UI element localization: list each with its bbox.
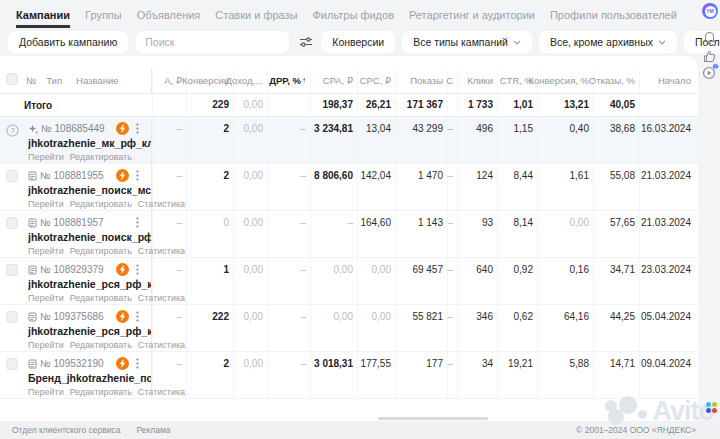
tab-feed-filters[interactable]: Фильтры фидов	[313, 9, 395, 25]
tab-ads[interactable]: Объявления	[137, 9, 201, 25]
column-header-7[interactable]: С	[447, 68, 457, 93]
filter-campaign-type[interactable]: Все типы кампаний	[402, 31, 532, 53]
row-menu-icon[interactable]	[134, 123, 141, 134]
table-body: ?№ 108685449jhkotrazhenie_мк_рф_кликиПер…	[0, 117, 698, 399]
column-header-label: CPC, ₽	[360, 75, 391, 86]
tab-bids-phrases[interactable]: Ставки и фразы	[215, 9, 297, 25]
column-header-5[interactable]: CPC, ₽	[357, 68, 395, 93]
add-campaign-button[interactable]: Добавить кампанию	[8, 31, 128, 53]
row-menu-icon[interactable]	[134, 358, 141, 369]
column-header-3[interactable]: ДРР, %↑	[267, 68, 310, 93]
thumbs-up-icon[interactable]	[703, 50, 716, 63]
status-active-bolt-icon[interactable]	[116, 310, 129, 323]
tune-filter-icon[interactable]	[299, 36, 313, 48]
column-header-4[interactable]: CPA, ₽	[310, 68, 357, 93]
campaign-link[interactable]: Статистика	[138, 293, 185, 303]
campaign-link[interactable]: Перейти	[28, 293, 64, 303]
campaign-link[interactable]: Редактировать	[70, 199, 132, 209]
tab-campaigns[interactable]: Кампании	[16, 9, 70, 28]
column-header-name[interactable]: Название	[76, 75, 118, 86]
filter-conversions[interactable]: Конверсии	[321, 31, 395, 53]
row-menu-icon[interactable]	[134, 217, 141, 228]
column-header-2[interactable]: Доход,...	[233, 68, 267, 93]
data-cell: 34,71	[593, 258, 639, 304]
status-active-bolt-icon[interactable]	[116, 263, 129, 276]
column-header-number[interactable]: №	[26, 75, 36, 86]
row-checkbox[interactable]	[6, 311, 18, 323]
column-header-11[interactable]: Отказы, %	[593, 68, 639, 93]
campaign-link[interactable]: Перейти	[28, 387, 64, 397]
column-header-10[interactable]: Конверсия, %	[537, 68, 593, 93]
row-checkbox[interactable]	[6, 170, 18, 182]
data-cell: 0,00	[357, 258, 395, 304]
campaign-links: ПерейтиРедактироватьСтатистика	[28, 246, 151, 256]
campaign-link[interactable]: Статистика	[138, 387, 185, 397]
campaign-link[interactable]: Редактировать	[70, 387, 132, 397]
tab-user-profiles[interactable]: Профили пользователей	[550, 9, 677, 25]
row-checkbox[interactable]	[6, 217, 18, 229]
column-header-8[interactable]: Клики	[457, 68, 497, 93]
column-header-6[interactable]: Показы	[395, 68, 447, 93]
tutorial-play-icon[interactable]: 1	[702, 66, 717, 81]
select-all-cell[interactable]	[0, 68, 26, 93]
campaign-links: ПерейтиРедактироватьСтатистика	[28, 293, 151, 303]
campaign-name[interactable]: jhkotrazhenie_поиск_рф	[28, 231, 151, 243]
campaign-link[interactable]: Редактировать	[70, 340, 132, 350]
select-all-checkbox[interactable]	[6, 73, 18, 85]
row-menu-icon[interactable]	[134, 311, 141, 322]
row-menu-icon[interactable]	[134, 170, 141, 181]
avatar-initials: YM	[705, 6, 716, 17]
sort-asc-icon: ↑	[302, 76, 306, 85]
campaign-link[interactable]: Редактировать	[70, 152, 132, 162]
column-header-12[interactable]: Начало	[639, 68, 695, 93]
data-cell: 177	[395, 352, 447, 398]
campaign-link[interactable]: Перейти	[28, 152, 64, 162]
data-cell: 2	[186, 117, 233, 163]
search-input[interactable]	[136, 31, 289, 53]
status-active-bolt-icon[interactable]	[116, 357, 129, 370]
column-header-0[interactable]: А, ₽	[152, 68, 186, 93]
data-cell	[152, 94, 186, 116]
filter-pills: КонверсииВсе типы кампанийВсе, кроме арх…	[321, 31, 720, 53]
campaign-meta: № 108685449	[28, 122, 151, 135]
avatar[interactable]: YM	[702, 3, 718, 19]
tab-retargeting[interactable]: Ретаргетинг и аудитории	[409, 9, 535, 25]
campaign-name[interactable]: Бренд_jhkotrazhenie_поиск_рф	[28, 372, 151, 384]
campaign-cell: № 109375686jhkotrazhenie_рся_рф_конверси…	[26, 305, 152, 351]
data-cell: 164,60	[357, 211, 395, 257]
campaign-link[interactable]: Перейти	[28, 246, 64, 256]
row-checkbox[interactable]	[6, 358, 18, 370]
campaign-name[interactable]: jhkotrazhenie_рся_рф_конверсия	[28, 278, 151, 290]
filter-archive-filter[interactable]: Все, кроме архивных	[539, 31, 677, 53]
column-header-label: Начало	[658, 75, 691, 86]
campaign-link[interactable]: Перейти	[28, 199, 64, 209]
data-cell: 198,37	[310, 94, 357, 116]
campaign-link[interactable]: Статистика	[138, 199, 185, 209]
row-checkbox[interactable]	[6, 264, 18, 276]
campaign-link[interactable]: Статистика	[138, 340, 185, 350]
bell-icon[interactable]	[703, 31, 716, 45]
campaign-name[interactable]: jhkotrazhenie_рся_рф_конверсия_кви	[28, 325, 151, 337]
data-cell: 2	[186, 164, 233, 210]
status-active-bolt-icon[interactable]	[116, 169, 129, 182]
footer-link-ads[interactable]: Реклама	[136, 425, 170, 435]
row-select-cell: ?	[0, 117, 26, 163]
data-cell: 496	[457, 117, 497, 163]
campaign-link[interactable]: Редактировать	[70, 246, 132, 256]
horizontal-scrollbar[interactable]	[378, 417, 488, 420]
campaign-name[interactable]: jhkotrazhenie_поиск_мск_спб	[28, 184, 151, 196]
help-icon[interactable]: ?	[6, 123, 19, 136]
campaign-link[interactable]: Статистика	[138, 246, 185, 256]
column-header-type[interactable]: Тип	[46, 75, 62, 86]
campaign-name[interactable]: jhkotrazhenie_мк_рф_клики	[28, 137, 151, 149]
campaign-link[interactable]: Перейти	[28, 340, 64, 350]
footer-link-support[interactable]: Отдел клиентского сервиса	[12, 425, 120, 435]
data-cell	[639, 94, 695, 116]
data-cell	[267, 94, 310, 116]
data-cell: 40,05	[593, 94, 639, 116]
campaign-link[interactable]: Редактировать	[70, 293, 132, 303]
status-active-bolt-icon[interactable]	[116, 122, 129, 135]
data-cell: 0,00	[357, 305, 395, 351]
tab-groups[interactable]: Группы	[85, 9, 122, 25]
row-menu-icon[interactable]	[134, 264, 141, 275]
